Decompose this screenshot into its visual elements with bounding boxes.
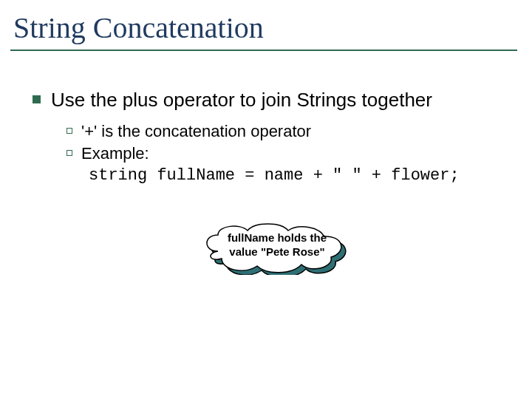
bullet-text: Use the plus operator to join Strings to… — [51, 89, 432, 112]
title-region: String Concatenation — [10, 10, 517, 51]
slide: String Concatenation Use the plus operat… — [0, 0, 532, 399]
bullet-level2: '+' is the concatenation operator — [66, 122, 510, 141]
bullet-text: Example: — [81, 144, 149, 163]
sub-bullet-group: '+' is the concatenation operator Exampl… — [66, 122, 510, 185]
code-line: string fullName = name + " " + flower; — [89, 166, 510, 185]
bullet-level1: Use the plus operator to join Strings to… — [33, 89, 510, 112]
bullet-level2: Example: — [66, 144, 510, 163]
thought-callout: fullName holds the value "Pete Rose" — [200, 222, 355, 275]
callout-line1: fullName holds the — [228, 231, 327, 244]
hollow-square-bullet-icon — [66, 128, 72, 134]
square-bullet-icon — [33, 95, 41, 103]
slide-title: String Concatenation — [10, 10, 517, 51]
hollow-square-bullet-icon — [66, 150, 72, 156]
body-region: Use the plus operator to join Strings to… — [33, 89, 510, 185]
bullet-text: '+' is the concatenation operator — [81, 122, 311, 141]
callout-line2: value "Pete Rose" — [229, 245, 324, 258]
callout-text: fullName holds the value "Pete Rose" — [200, 231, 355, 259]
